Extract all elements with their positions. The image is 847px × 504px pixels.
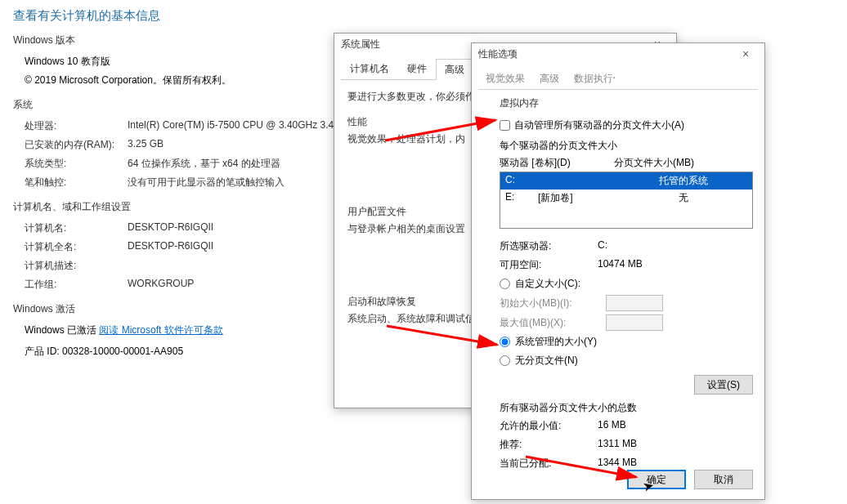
pen-label: 笔和触控: xyxy=(25,176,128,190)
perfopts-title: 性能选项 xyxy=(478,47,518,61)
tab-advanced[interactable]: 高级 xyxy=(436,59,473,80)
perfopts-tabstrip: 视觉效果 高级 数据执行保 xyxy=(478,68,758,90)
drive-vol: [新加卷] xyxy=(538,191,620,205)
cpu-label: 处理器: xyxy=(25,119,128,133)
windows-version-label: Windows 版本 xyxy=(13,33,356,47)
wg-value: WORKGROUP xyxy=(128,278,194,292)
systype-value: 64 位操作系统，基于 x64 的处理器 xyxy=(128,157,280,171)
size-col-header: 分页文件大小(MB) xyxy=(614,156,753,170)
rec-label: 推荐: xyxy=(500,438,598,452)
virtual-memory-title: 虚拟内存 xyxy=(472,90,764,114)
drive-list[interactable]: C: 托管的系统 E: [新加卷] 无 xyxy=(500,172,753,229)
totals-label: 所有驱动器分页文件大小的总数 xyxy=(500,401,753,415)
auto-manage-checkbox[interactable] xyxy=(500,120,510,131)
cur-value: 1344 MB xyxy=(598,457,637,471)
wg-label: 工作组: xyxy=(25,278,128,292)
pen-value: 没有可用于此显示器的笔或触控输入 xyxy=(128,176,285,190)
ok-button[interactable]: 确定 xyxy=(627,470,686,489)
close-icon[interactable]: × xyxy=(733,47,758,60)
page-title: 查看有关计算机的基本信息 xyxy=(13,8,356,24)
license-terms-link[interactable]: 阅读 Microsoft 软件许可条款 xyxy=(99,324,222,336)
activation-status: Windows 已激活 xyxy=(25,324,99,336)
min-value: 16 MB xyxy=(598,419,626,433)
sysprops-title: 系统属性 xyxy=(341,38,380,51)
custom-size-label: 自定义大小(C): xyxy=(515,277,580,291)
drive-row[interactable]: E: [新加卷] 无 xyxy=(500,190,752,207)
radio-no-paging[interactable] xyxy=(500,355,510,366)
selected-drive-label: 所选驱动器: xyxy=(500,239,598,253)
cpu-value: Intel(R) Core(TM) i5-7500 CPU @ 3.40GHz … xyxy=(128,119,339,133)
initial-size-input xyxy=(606,295,663,311)
activation-section: Windows 激活 xyxy=(13,302,356,316)
radio-system-managed[interactable] xyxy=(500,337,510,347)
tab-computer-name[interactable]: 计算机名 xyxy=(341,58,398,79)
initial-size-label: 初始大小(MB)(I): xyxy=(500,297,606,310)
min-label: 允许的最小值: xyxy=(500,419,598,433)
windows-edition: Windows 10 教育版 xyxy=(25,52,356,71)
systype-label: 系统类型: xyxy=(25,157,128,171)
product-id: 产品 ID: 00328-10000-00001-AA905 xyxy=(13,340,356,359)
drive-size: 托管的系统 xyxy=(620,174,747,188)
drive-letter: C: xyxy=(505,174,538,188)
max-size-input xyxy=(606,314,663,331)
cname-value: DESKTOP-R6IGQII xyxy=(128,221,213,235)
cancel-button[interactable]: 取消 xyxy=(694,470,753,489)
radio-custom-size[interactable] xyxy=(500,279,510,289)
drive-vol xyxy=(538,174,620,188)
drive-size: 无 xyxy=(620,191,747,205)
drive-col-header: 驱动器 [卷标](D) xyxy=(500,156,614,170)
tab-advanced-perf[interactable]: 高级 xyxy=(532,68,567,89)
system-section-label: 系统 xyxy=(13,98,356,112)
computer-name-section: 计算机名、域和工作组设置 xyxy=(13,200,356,214)
free-space-label: 可用空间: xyxy=(500,258,598,272)
auto-manage-label: 自动管理所有驱动器的分页文件大小(A) xyxy=(514,118,684,132)
cname-label: 计算机名: xyxy=(25,221,128,235)
tab-hardware[interactable]: 硬件 xyxy=(398,58,436,79)
rec-value: 1311 MB xyxy=(598,438,637,452)
ram-label: 已安装的内存(RAM): xyxy=(25,138,128,152)
copyright: © 2019 Microsoft Corporation。保留所有权利。 xyxy=(25,71,356,90)
selected-drive-value: C: xyxy=(598,239,607,253)
cur-label: 当前已分配: xyxy=(500,457,598,471)
tab-dep[interactable]: 数据执行保 xyxy=(567,68,616,89)
set-button[interactable]: 设置(S) xyxy=(694,375,753,395)
drive-row[interactable]: C: 托管的系统 xyxy=(500,172,752,190)
cfull-label: 计算机全名: xyxy=(25,240,128,254)
ram-value: 3.25 GB xyxy=(128,138,164,152)
no-paging-label: 无分页文件(N) xyxy=(515,354,578,368)
drive-letter: E: xyxy=(505,191,538,205)
tab-visual-effects[interactable]: 视觉效果 xyxy=(478,68,532,89)
cfull-value: DESKTOP-R6IGQII xyxy=(128,240,213,254)
performance-options-dialog: 性能选项 × 视觉效果 高级 数据执行保 虚拟内存 自动管理所有驱动器的分页文件… xyxy=(471,42,765,500)
max-size-label: 最大值(MB)(X): xyxy=(500,316,606,330)
free-space-value: 10474 MB xyxy=(598,258,643,272)
system-managed-label: 系统管理的大小(Y) xyxy=(515,335,597,349)
each-drive-label: 每个驱动器的分页文件大小 xyxy=(500,139,753,153)
cdesc-label: 计算机描述: xyxy=(25,259,128,273)
system-info-panel: 查看有关计算机的基本信息 Windows 版本 Windows 10 教育版 ©… xyxy=(13,8,356,359)
